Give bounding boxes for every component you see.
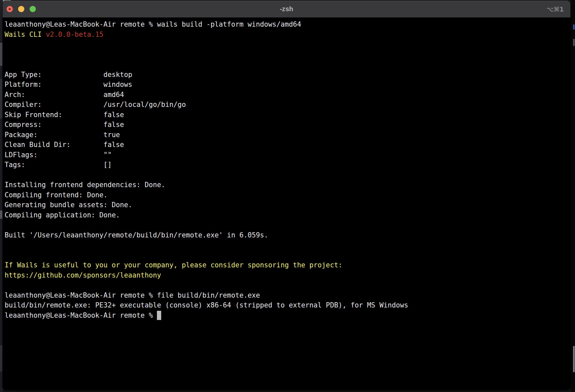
terminal-text-segment: Built '/Users/leaanthony/remote/build/bi…	[5, 231, 268, 239]
terminal-text-segment: Package: true	[5, 131, 120, 139]
terminal-line	[5, 60, 568, 70]
terminal-line: Built '/Users/leaanthony/remote/build/bi…	[5, 230, 568, 240]
window-shortcut-badge: ⌥⌘1	[546, 6, 564, 13]
terminal-line	[5, 250, 568, 260]
background-window-fragment	[573, 24, 575, 30]
terminal-line: Package: true	[5, 130, 568, 140]
terminal-text-segment: Compiler: /usr/local/go/bin/go	[5, 101, 186, 109]
terminal-line: Platform: windows	[5, 80, 568, 90]
background-scrollbar-thumb	[573, 346, 575, 372]
unsaved-dot-icon	[9, 8, 11, 10]
terminal-line: Compiling application: Done.	[5, 210, 568, 220]
terminal-text-segment: Compress: false	[5, 121, 124, 129]
terminal-text-segment: Compiling application: Done.	[5, 211, 120, 219]
background-window-right-edge	[571, 0, 575, 392]
terminal-text-segment: build/bin/remote.exe: PE32+ executable (…	[5, 301, 408, 309]
zoom-button[interactable]	[30, 6, 36, 12]
terminal-line: LDFlags: ""	[5, 150, 568, 160]
terminal-line	[5, 170, 568, 180]
terminal-line: Compress: false	[5, 120, 568, 130]
titlebar[interactable]: -zsh ⌥⌘1	[3, 1, 570, 18]
terminal-text-segment: Compiling frontend: Done.	[5, 191, 108, 199]
terminal-text-segment: https://github.com/sponsors/leaanthony	[5, 271, 161, 279]
terminal-text-segment: Skip Frontend: false	[5, 111, 124, 119]
terminal-line: Generating bundle assets: Done.	[5, 200, 568, 210]
terminal-line: build/bin/remote.exe: PE32+ executable (…	[5, 300, 568, 310]
terminal-line: leaanthony@Leas-MacBook-Air remote % fil…	[5, 290, 568, 301]
close-button[interactable]	[7, 6, 13, 12]
terminal-line: leaanthony@Leas-MacBook-Air remote % wai…	[5, 19, 568, 30]
terminal-cursor	[157, 311, 161, 320]
terminal-line	[5, 39, 568, 50]
terminal-line: leaanthony@Leas-MacBook-Air remote %	[5, 310, 568, 321]
terminal-line: Skip Frontend: false	[5, 110, 568, 120]
terminal-text-segment: leaanthony@Leas-MacBook-Air remote % fil…	[5, 291, 260, 299]
terminal-text-segment: Installing frontend dependencies: Done.	[5, 181, 165, 189]
terminal-line: App Type: desktop	[5, 70, 568, 80]
terminal-text-segment: leaanthony@Leas-MacBook-Air remote %	[5, 311, 157, 319]
terminal-line	[5, 280, 568, 290]
window-title: -zsh	[3, 5, 570, 13]
terminal-line: Wails CLI v2.0.0-beta.15	[5, 30, 568, 40]
terminal-text-segment: Tags: []	[5, 161, 112, 169]
minimize-button[interactable]	[18, 6, 24, 12]
terminal-output: leaanthony@Leas-MacBook-Air remote % wai…	[5, 19, 568, 320]
terminal-line: https://github.com/sponsors/leaanthony	[5, 270, 568, 281]
terminal-text-segment: Generating bundle assets: Done.	[5, 201, 132, 209]
terminal-line: Compiler: /usr/local/go/bin/go	[5, 100, 568, 110]
terminal-line	[5, 220, 568, 230]
terminal-line	[5, 240, 568, 250]
terminal-text-segment: leaanthony@Leas-MacBook-Air remote % wai…	[5, 20, 301, 28]
terminal-text-segment: Clean Build Dir: false	[5, 141, 124, 149]
terminal-window: -zsh ⌥⌘1 leaanthony@Leas-MacBook-Air rem…	[3, 1, 570, 390]
terminal-text-segment: Arch: amd64	[5, 91, 124, 99]
terminal-text-segment: Platform: windows	[5, 81, 132, 88]
terminal-line: If Wails is useful to you or your compan…	[5, 260, 568, 270]
terminal-text-segment: App Type: desktop	[5, 71, 132, 79]
terminal-screen[interactable]: leaanthony@Leas-MacBook-Air remote % wai…	[3, 18, 570, 390]
terminal-text-segment: Wails CLI	[5, 31, 46, 38]
terminal-line: Compiling frontend: Done.	[5, 190, 568, 200]
terminal-line: Arch: amd64	[5, 90, 568, 100]
terminal-text-segment: v2.0.0-beta.15	[46, 31, 103, 38]
terminal-line: Clean Build Dir: false	[5, 140, 568, 150]
terminal-text-segment: If Wails is useful to you or your compan…	[5, 261, 342, 269]
terminal-text-segment: LDFlags: ""	[5, 151, 112, 159]
terminal-line: Installing frontend dependencies: Done.	[5, 180, 568, 190]
terminal-line: Tags: []	[5, 160, 568, 170]
background-window-fragment	[573, 39, 575, 46]
traffic-lights	[7, 1, 36, 17]
terminal-line	[5, 50, 568, 60]
